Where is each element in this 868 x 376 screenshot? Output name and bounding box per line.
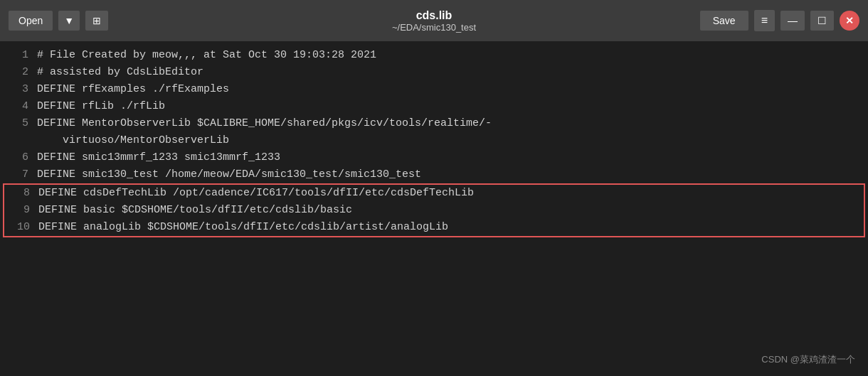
line-number: 10 bbox=[10, 219, 30, 236]
titlebar: Open ▼ ⊞ cds.lib ~/EDA/smic130_test Save… bbox=[0, 0, 868, 41]
line-8: 8 DEFINE cdsDefTechLib /opt/cadence/IC61… bbox=[4, 185, 864, 202]
line-content: DEFINE analogLib $CDSHOME/tools/dfII/etc… bbox=[38, 219, 858, 236]
menu-button[interactable]: ≡ bbox=[754, 10, 775, 31]
line-content: DEFINE smic13mmrf_1233 smic13mmrf_1233 bbox=[37, 149, 859, 166]
new-file-button[interactable]: ⊞ bbox=[85, 11, 108, 31]
line-number: 3 bbox=[9, 81, 28, 98]
window-filename: cds.lib bbox=[392, 9, 476, 22]
watermark: CSDN @菜鸡渣渣一个 bbox=[761, 353, 855, 366]
line-content: DEFINE MentorObserverLib $CALIBRE_HOME/s… bbox=[37, 115, 859, 132]
titlebar-center: cds.lib ~/EDA/smic130_test bbox=[392, 9, 476, 33]
line-number: 5 bbox=[9, 115, 28, 132]
line-2: 2 # assisted by CdsLibEditor bbox=[0, 64, 868, 81]
close-button[interactable]: ✕ bbox=[840, 11, 859, 31]
line-6: 6 DEFINE smic13mmrf_1233 smic13mmrf_1233 bbox=[0, 149, 868, 166]
line-content: DEFINE cdsDefTechLib /opt/cadence/IC617/… bbox=[38, 185, 858, 202]
minimize-button[interactable]: — bbox=[780, 11, 805, 31]
main-window: Open ▼ ⊞ cds.lib ~/EDA/smic130_test Save… bbox=[0, 0, 868, 376]
line-10: 10 DEFINE analogLib $CDSHOME/tools/dfII/… bbox=[4, 219, 864, 236]
line-number: 7 bbox=[9, 166, 28, 183]
line-number: 4 bbox=[9, 98, 28, 115]
line-content: virtuoso/MentorObserverLib bbox=[37, 132, 859, 149]
line-content: DEFINE rfLib ./rfLib bbox=[37, 98, 859, 115]
line-number: 1 bbox=[9, 47, 28, 64]
titlebar-right: Save ≡ — ☐ ✕ bbox=[700, 10, 859, 31]
line-number: 9 bbox=[10, 202, 30, 219]
line-1: 1 # File Created by meow,,, at Sat Oct 3… bbox=[0, 47, 868, 64]
maximize-button[interactable]: ☐ bbox=[810, 11, 834, 31]
line-number: 2 bbox=[9, 64, 28, 81]
line-content: # File Created by meow,,, at Sat Oct 30 … bbox=[37, 47, 859, 64]
save-button[interactable]: Save bbox=[700, 11, 748, 31]
line-9: 9 DEFINE basic $CDSHOME/tools/dfII/etc/c… bbox=[4, 202, 864, 219]
line-5: 5 DEFINE MentorObserverLib $CALIBRE_HOME… bbox=[0, 115, 868, 132]
line-content: DEFINE smic130_test /home/meow/EDA/smic1… bbox=[37, 166, 859, 183]
line-3: 3 DEFINE rfExamples ./rfExamples bbox=[0, 81, 868, 98]
line-number: 8 bbox=[10, 185, 30, 202]
line-content: DEFINE rfExamples ./rfExamples bbox=[37, 81, 859, 98]
line-4: 4 DEFINE rfLib ./rfLib bbox=[0, 98, 868, 115]
window-filepath: ~/EDA/smic130_test bbox=[392, 22, 476, 33]
highlight-region: 8 DEFINE cdsDefTechLib /opt/cadence/IC61… bbox=[3, 183, 865, 237]
line-number: 6 bbox=[9, 149, 28, 166]
titlebar-left: Open ▼ ⊞ bbox=[9, 11, 108, 31]
line-5-cont: virtuoso/MentorObserverLib bbox=[0, 132, 868, 149]
open-dropdown-button[interactable]: ▼ bbox=[58, 11, 80, 31]
line-content: DEFINE basic $CDSHOME/tools/dfII/etc/cds… bbox=[38, 202, 858, 219]
line-content: # assisted by CdsLibEditor bbox=[37, 64, 859, 81]
open-button[interactable]: Open bbox=[9, 11, 53, 31]
editor-area[interactable]: 1 # File Created by meow,,, at Sat Oct 3… bbox=[0, 41, 868, 376]
line-7: 7 DEFINE smic130_test /home/meow/EDA/smi… bbox=[0, 166, 868, 183]
